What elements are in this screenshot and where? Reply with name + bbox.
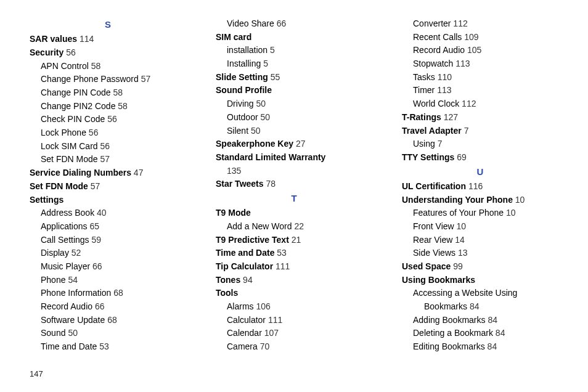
index-column-2: Video Share 66SIM cardinstallation 5Inst… <box>216 17 372 354</box>
index-entry-label: Front View <box>413 221 454 231</box>
index-entry: Phone 54 <box>30 274 186 287</box>
index-entry-page: 5 <box>263 59 268 68</box>
index-entry: Star Tweets 78 <box>216 178 372 191</box>
index-entry: Change Phone Password 57 <box>30 73 186 86</box>
index-entry-page: 58 <box>118 101 128 111</box>
index-entry-label: Speakerphone Key <box>216 139 293 149</box>
index-entry-page: 10 <box>457 221 467 231</box>
index-entry: Time and Date 53 <box>30 340 186 354</box>
index-entry-page: 84 <box>488 315 497 325</box>
index-entry-page: 57 <box>100 154 110 164</box>
index-entry-label: SIM card <box>216 32 251 42</box>
index-entry-label: Settings <box>30 195 63 205</box>
index-entry-label: UL Certification <box>402 181 466 191</box>
index-entry-label: Using <box>413 139 435 149</box>
index-entry: Sound Profile <box>216 84 372 97</box>
index-entry-label: Add a New Word <box>227 221 292 231</box>
index-entry-label: Change PIN Code <box>41 88 111 97</box>
index-entry-page: 7 <box>464 126 469 136</box>
index-entry: installation 5 <box>216 44 372 57</box>
index-entry: Service Dialing Numbers 47 <box>30 166 186 180</box>
index-entry-page: 22 <box>294 221 304 231</box>
index-entry: TTY Settings 69 <box>402 151 558 165</box>
index-entry-label: Video Share <box>227 18 274 28</box>
index-entry: Rear View 14 <box>402 234 558 247</box>
index-entry-label: Timer <box>413 85 435 95</box>
index-entry-label: Stopwatch <box>413 59 453 68</box>
index-entry-label: Phone <box>41 275 65 285</box>
index-entry-label: Outdoor <box>227 112 258 122</box>
index-entry-page: 84 <box>470 301 480 311</box>
index-entry: 135 <box>216 165 372 178</box>
index-entry-label: Time and Date <box>216 248 274 258</box>
index-entry-label: Slide Setting <box>216 72 268 82</box>
index-entry-page: 84 <box>488 341 497 351</box>
index-entry-page: 94 <box>243 275 253 285</box>
index-entry: Lock SIM Card 56 <box>30 140 186 153</box>
index-entry-label: Standard Limited Warranty <box>216 152 325 162</box>
index-entry-page: 66 <box>277 18 287 28</box>
index-entry-label: Record Audio <box>413 45 465 55</box>
index-entry-label: APN Control <box>41 61 89 71</box>
index-entry-label: Call Settings <box>41 235 89 245</box>
index-entry: Editing Bookmarks 84 <box>402 340 558 354</box>
index-entry-label: TTY Settings <box>402 152 454 162</box>
index-entry: Software Update 68 <box>30 314 186 327</box>
index-entry-page: 57 <box>141 74 151 84</box>
index-entry-page: 52 <box>71 248 81 258</box>
index-entry-page: 68 <box>107 315 117 325</box>
index-entry-page: 58 <box>113 88 123 97</box>
index-entry: Sound 50 <box>30 327 186 340</box>
index-entry-page: 50 <box>68 328 78 338</box>
index-entry-page: 84 <box>496 328 505 338</box>
index-entry-label: Lock SIM Card <box>41 141 98 151</box>
index-entry-label: Using Bookmarks <box>402 275 475 285</box>
index-entry-page: 116 <box>468 181 483 191</box>
index-entry-label: T9 Predictive Text <box>216 235 289 245</box>
index-entry: Features of Your Phone 10 <box>402 206 558 220</box>
index-entry: Calculator 111 <box>216 314 372 327</box>
index-entry-label: Service Dialing Numbers <box>30 168 131 178</box>
index-entry: Tip Calculator 111 <box>216 260 372 274</box>
index-entry-label: Accessing a Website Using <box>413 288 517 298</box>
index-entry-label: Editing Bookmarks <box>413 341 485 351</box>
index-entry-page: 99 <box>453 261 463 271</box>
index-entry: Understanding Your Phone 10 <box>402 194 558 207</box>
index-entry-page: 53 <box>277 248 287 258</box>
index-entry-label: Adding Bookmarks <box>413 315 486 325</box>
index-entry: Phone Information 68 <box>30 287 186 300</box>
index-entry-label: Software Update <box>41 315 105 325</box>
index-entry: Standard Limited Warranty <box>216 151 372 165</box>
index-entry-page: 54 <box>68 275 78 285</box>
index-entry-label: Rear View <box>413 235 452 245</box>
index-entry: Check PIN Code 56 <box>30 113 186 126</box>
index-entry-page: 56 <box>107 114 117 124</box>
index-entry-page: 109 <box>464 32 478 42</box>
index-page: SSAR values 114Security 56APN Control 58… <box>0 0 588 354</box>
index-entry-label: Deleting a Bookmark <box>413 328 493 338</box>
index-entry-label: Phone Information <box>41 288 111 298</box>
index-entry: Address Book 40 <box>30 206 186 220</box>
index-entry-page: 13 <box>458 248 468 258</box>
index-entry: Applications 65 <box>30 220 186 234</box>
index-entry: Using 7 <box>402 137 558 151</box>
index-entry: Lock Phone 56 <box>30 126 186 140</box>
index-column-3: Converter 112Recent Calls 109Record Audi… <box>402 17 558 354</box>
index-entry: Converter 112 <box>402 17 558 31</box>
index-entry: Music Player 66 <box>30 260 186 274</box>
index-entry-page: 112 <box>453 18 467 28</box>
index-entry: World Clock 112 <box>402 97 558 111</box>
index-entry-label: installation <box>227 45 267 55</box>
index-entry-label: Tip Calculator <box>216 261 273 271</box>
index-column-1: SSAR values 114Security 56APN Control 58… <box>30 17 186 354</box>
index-entry: Call Settings 59 <box>30 234 186 247</box>
index-entry: Calendar 107 <box>216 327 372 340</box>
index-entry-label: Music Player <box>41 261 90 271</box>
index-entry-label: Record Audio <box>41 301 92 311</box>
index-entry: Side Views 13 <box>402 247 558 260</box>
index-entry: Set FDN Mode 57 <box>30 153 186 166</box>
index-section-heading: T <box>216 191 372 205</box>
index-entry-label: Applications <box>41 221 88 231</box>
index-entry-page: 113 <box>437 85 451 95</box>
index-entry-label: Set FDN Mode <box>41 154 98 164</box>
